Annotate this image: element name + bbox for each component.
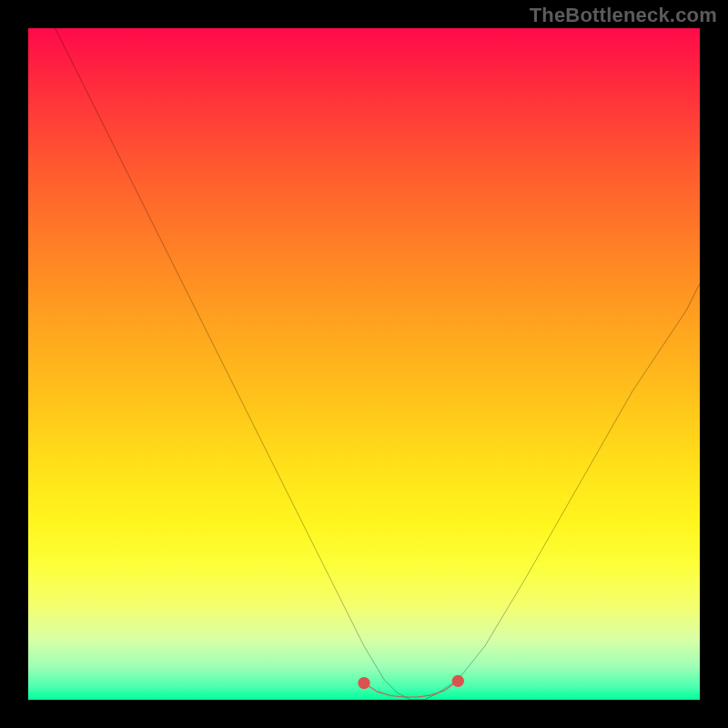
chart-overlay — [28, 28, 700, 700]
chart-root: TheBottleneck.com — [0, 0, 728, 728]
plot-area — [28, 28, 700, 700]
black-curve-path — [56, 28, 700, 700]
watermark: TheBottleneck.com — [530, 4, 717, 27]
red-endpoint-right — [452, 675, 464, 687]
red-endpoint-left — [358, 677, 369, 689]
